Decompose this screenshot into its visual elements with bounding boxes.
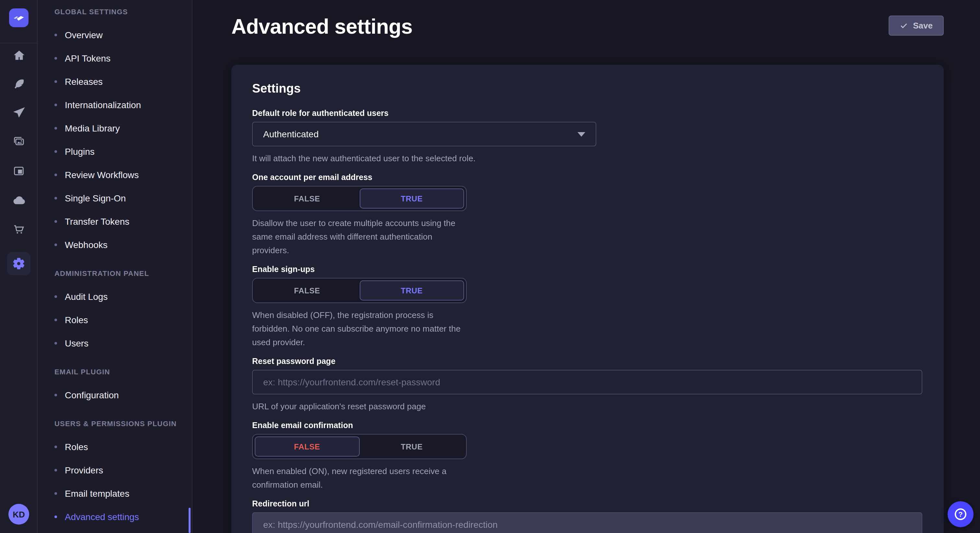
bullet-icon	[54, 127, 57, 130]
field-label: Redirection url	[252, 499, 923, 508]
subnav-item-label: Users	[65, 338, 89, 348]
subnav-item-admin-users[interactable]: Users	[38, 332, 192, 355]
subnav-item-label: Configuration	[65, 390, 119, 400]
subnav-item-label: Roles	[65, 315, 88, 325]
bullet-icon	[54, 516, 57, 518]
field-label: Default role for authenticated users	[252, 109, 923, 118]
avatar[interactable]: KD	[8, 504, 29, 525]
subnav-item-label: Releases	[65, 76, 103, 87]
bullet-icon	[54, 34, 57, 36]
feather-icon[interactable]	[7, 72, 30, 95]
bullet-icon	[54, 104, 57, 106]
subnav-section-global: Overview API Tokens Releases Internation…	[38, 23, 192, 257]
subnav-item-label: Roles	[65, 442, 88, 452]
subnav-item-up-providers[interactable]: Providers	[38, 458, 192, 482]
subnav-item-review-workflows[interactable]: Review Workflows	[38, 163, 192, 187]
field-label: One account per email address	[252, 173, 923, 182]
cloud-icon[interactable]	[7, 189, 30, 212]
bullet-icon	[54, 295, 57, 298]
subnav-item-media-library[interactable]: Media Library	[38, 117, 192, 140]
subnav-item-label: Review Workflows	[65, 170, 139, 180]
toggle-option-true[interactable]: TRUE	[360, 436, 464, 457]
subnav-item-single-sign-on[interactable]: Single Sign-On	[38, 187, 192, 210]
strapi-logo-glyph	[12, 13, 25, 23]
card-heading: Settings	[252, 82, 923, 96]
bullet-icon	[54, 57, 57, 60]
field-default-role: Default role for authenticated users Aut…	[252, 109, 923, 165]
field-enable-email-confirmation: Enable email confirmation FALSE TRUE Whe…	[252, 421, 923, 492]
icon-rail: KD	[0, 0, 38, 533]
subnav-item-api-tokens[interactable]: API Tokens	[38, 47, 192, 70]
save-button[interactable]: Save	[888, 16, 944, 36]
toggle-option-true[interactable]: TRUE	[360, 189, 464, 209]
one-account-toggle: FALSE TRUE	[252, 186, 467, 211]
subnav-scrollbar-thumb[interactable]	[189, 508, 191, 533]
check-icon	[899, 21, 908, 30]
subnav-item-up-advanced-settings[interactable]: Advanced settings	[38, 505, 192, 528]
subnav-item-label: Email templates	[65, 488, 129, 499]
app-root: KD GLOBAL SETTINGS Overview API Tokens R…	[0, 0, 980, 533]
subnav-section-users-permissions: Roles Providers Email templates Advanced…	[38, 435, 192, 528]
field-hint: URL of your application's reset password…	[252, 400, 923, 413]
bullet-icon	[54, 197, 57, 200]
subnav-item-audit-logs[interactable]: Audit Logs	[38, 285, 192, 308]
chevron-down-icon	[578, 132, 585, 136]
subnav-item-up-roles[interactable]: Roles	[38, 435, 192, 458]
strapi-logo[interactable]	[9, 8, 29, 27]
field-hint: It will attach the new authenticated use…	[252, 152, 923, 165]
media-library-icon[interactable]	[7, 130, 30, 153]
field-reset-password-page: Reset password page URL of your applicat…	[252, 357, 923, 413]
field-hint: When disabled (OFF), the registration pr…	[252, 308, 467, 349]
email-confirmation-toggle: FALSE TRUE	[252, 434, 467, 459]
subnav-item-overview[interactable]: Overview	[38, 23, 192, 47]
field-label: Enable sign-ups	[252, 265, 923, 274]
toggle-option-true[interactable]: TRUE	[360, 281, 464, 300]
redirection-url-input[interactable]	[252, 512, 922, 533]
toggle-option-false[interactable]: FALSE	[255, 281, 360, 300]
subnav-item-admin-roles[interactable]: Roles	[38, 308, 192, 332]
field-hint: When enabled (ON), new registered users …	[252, 464, 467, 492]
toggle-option-false[interactable]: FALSE	[255, 189, 360, 209]
toggle-option-false[interactable]: FALSE	[255, 436, 360, 457]
bullet-icon	[54, 319, 57, 321]
default-role-select[interactable]: Authenticated	[252, 122, 596, 146]
save-button-label: Save	[913, 21, 933, 30]
bullet-icon	[54, 174, 57, 176]
field-enable-sign-ups: Enable sign-ups FALSE TRUE When disabled…	[252, 265, 923, 349]
field-hint: Disallow the user to create multiple acc…	[252, 216, 467, 257]
subnav-section-header: GLOBAL SETTINGS	[38, 4, 192, 19]
content-manager-icon[interactable]	[7, 159, 30, 182]
subnav-item-label: Audit Logs	[65, 292, 108, 302]
bullet-icon	[54, 342, 57, 344]
field-label: Enable email confirmation	[252, 421, 923, 430]
subnav-item-releases[interactable]: Releases	[38, 70, 192, 93]
subnav-section-admin-panel: Audit Logs Roles Users	[38, 285, 192, 355]
send-icon[interactable]	[7, 100, 30, 124]
question-mark-icon: ?	[955, 508, 966, 520]
help-button[interactable]: ?	[948, 501, 974, 527]
subnav-item-label: Internationalization	[65, 100, 141, 110]
subnav-item-label: Advanced settings	[65, 512, 139, 522]
subnav-section-header: EMAIL PLUGIN	[38, 364, 192, 379]
main-content: Advanced settings Save Settings Default …	[193, 0, 980, 533]
subnav-item-label: Plugins	[65, 146, 95, 157]
subnav-item-label: API Tokens	[65, 53, 110, 63]
reset-password-input[interactable]	[252, 370, 922, 394]
bullet-icon	[54, 150, 57, 153]
subnav-item-up-email-templates[interactable]: Email templates	[38, 482, 192, 505]
subnav-item-internationalization[interactable]: Internationalization	[38, 93, 192, 117]
settings-gear-icon[interactable]	[7, 252, 30, 275]
subnav-item-label: Providers	[65, 465, 103, 475]
subnav-item-email-configuration[interactable]: Configuration	[38, 383, 192, 407]
subnav-section-email-plugin: Configuration	[38, 383, 192, 407]
subnav-item-webhooks[interactable]: Webhooks	[38, 233, 192, 257]
sign-ups-toggle: FALSE TRUE	[252, 278, 467, 303]
subnav-item-label: Single Sign-On	[65, 193, 126, 203]
marketplace-cart-icon[interactable]	[7, 217, 30, 241]
subnav-item-label: Transfer Tokens	[65, 216, 129, 227]
subnav-item-plugins[interactable]: Plugins	[38, 140, 192, 163]
subnav-item-label: Media Library	[65, 123, 120, 133]
field-redirection-url: Redirection url	[252, 499, 923, 533]
home-icon[interactable]	[7, 43, 30, 67]
subnav-item-transfer-tokens[interactable]: Transfer Tokens	[38, 210, 192, 233]
